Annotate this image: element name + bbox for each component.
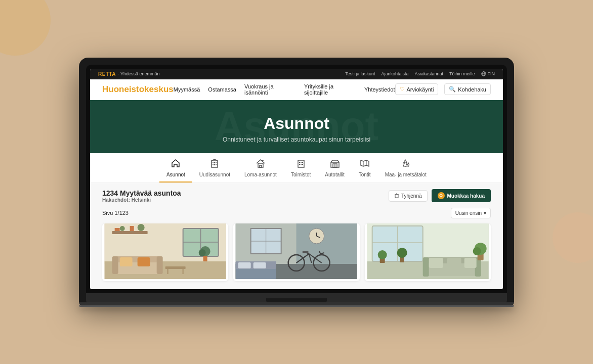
edit-search-button[interactable]: Muokkaa hakua bbox=[432, 189, 491, 202]
chevron-down-icon: ▾ bbox=[484, 210, 486, 216]
tab-maa-metsatalot-label: Maa- ja metsätalot bbox=[385, 172, 427, 177]
svg-rect-43 bbox=[130, 226, 134, 231]
tab-toimistot-label: Toimistot bbox=[291, 172, 311, 177]
page-info: Sivu 1/123 bbox=[102, 210, 129, 216]
svg-rect-28 bbox=[395, 195, 398, 198]
tab-tontit-label: Tontit bbox=[359, 172, 371, 177]
svg-rect-81 bbox=[253, 262, 266, 268]
clear-button[interactable]: Tyhjennä bbox=[389, 190, 428, 202]
clear-label: Tyhjennä bbox=[401, 193, 422, 199]
tab-loma-asunnot[interactable]: Loma-asunnot bbox=[237, 153, 284, 183]
building-icon bbox=[209, 158, 220, 170]
svg-rect-40 bbox=[112, 231, 148, 234]
globe-icon bbox=[481, 71, 486, 76]
hero-title: Asunnot bbox=[100, 114, 493, 133]
svg-rect-96 bbox=[422, 257, 429, 277]
svg-rect-17 bbox=[302, 162, 303, 163]
svg-rect-99 bbox=[447, 258, 461, 268]
svg-rect-16 bbox=[301, 162, 302, 163]
home-icon bbox=[171, 158, 181, 170]
tab-uudisasunnot-label: Uudisasunnot bbox=[199, 172, 230, 177]
office-icon bbox=[296, 158, 306, 170]
nav-yhteystiedot[interactable]: Yhteystiedot bbox=[364, 86, 395, 93]
tab-asunnot[interactable]: Asunnot bbox=[159, 153, 192, 183]
laptop-body: RETTA · Yhdessä enemmän Testi ja laskuri… bbox=[79, 58, 514, 302]
nav-right: ♡ Arviokäynti 🔍 Kohdehaku bbox=[395, 83, 491, 95]
tab-asunnot-label: Asunnot bbox=[166, 172, 185, 177]
hero-subtitle: Onnistuneet ja turvalliset asuntokaupat … bbox=[100, 136, 493, 143]
sort-dropdown[interactable]: Uusin ensin ▾ bbox=[451, 208, 491, 218]
screen-bezel: RETTA · Yhdessä enemmän Testi ja laskuri… bbox=[86, 65, 507, 293]
top-link-asiakastarinat[interactable]: Asiakastarinat bbox=[414, 71, 443, 76]
retta-tagline: · Yhdessä enemmän bbox=[118, 71, 159, 76]
arviokaynt-button[interactable]: ♡ Arviokäynti bbox=[395, 83, 439, 95]
language-label: FIN bbox=[488, 71, 495, 76]
hero-section: Asunnot Asunnot Onnistuneet ja turvallis… bbox=[90, 100, 503, 153]
property-image-2 bbox=[233, 223, 359, 279]
svg-rect-6 bbox=[216, 162, 217, 163]
category-tabs: Asunnot bbox=[90, 153, 503, 183]
deco-circle-orange bbox=[0, 0, 51, 56]
svg-rect-8 bbox=[214, 164, 215, 165]
top-bar: RETTA · Yhdessä enemmän Testi ja laskuri… bbox=[90, 69, 503, 79]
search-icon: 🔍 bbox=[449, 86, 456, 93]
cabin-icon bbox=[256, 158, 266, 170]
arviokaynt-label: Arviokäynti bbox=[407, 86, 434, 93]
svg-line-32 bbox=[442, 197, 443, 198]
nav-myymassa[interactable]: Myymässä bbox=[174, 86, 200, 93]
svg-point-103 bbox=[473, 247, 481, 255]
svg-point-44 bbox=[138, 224, 145, 231]
svg-point-42 bbox=[120, 226, 125, 231]
brand-name: Huoneistokeskus bbox=[102, 84, 174, 95]
property-card[interactable] bbox=[102, 223, 228, 281]
laptop-frame: RETTA · Yhdessä enemmän Testi ja laskuri… bbox=[79, 58, 514, 307]
svg-rect-20 bbox=[302, 164, 303, 165]
svg-rect-80 bbox=[238, 262, 251, 268]
top-bar-links: Testi ja laskurit Ajankohtaista Asiakast… bbox=[345, 71, 495, 76]
language-selector[interactable]: FIN bbox=[481, 71, 495, 76]
tab-toimistot[interactable]: Toimistot bbox=[284, 153, 318, 183]
map-icon bbox=[360, 158, 370, 170]
svg-rect-9 bbox=[216, 164, 217, 165]
edit-search-label: Muokkaa hakua bbox=[447, 193, 485, 199]
svg-rect-11 bbox=[260, 165, 262, 167]
tab-uudisasunnot[interactable]: Uudisasunnot bbox=[192, 153, 237, 183]
kohdehaku-label: Kohdehaku bbox=[458, 86, 486, 93]
sort-label: Uusin ensin bbox=[455, 210, 482, 216]
garage-icon bbox=[330, 158, 340, 170]
property-card[interactable] bbox=[365, 223, 491, 281]
property-card[interactable] bbox=[233, 223, 359, 281]
svg-rect-51 bbox=[165, 266, 186, 269]
results-count: 1234 Myytävää asuntoa bbox=[102, 189, 181, 197]
svg-rect-19 bbox=[301, 164, 302, 165]
nav-bar: Huoneistokeskus Myymässä Ostamassa Vuokr… bbox=[90, 79, 503, 100]
svg-rect-7 bbox=[213, 164, 214, 165]
retta-logo: RETTA bbox=[98, 71, 116, 77]
tab-loma-asunnot-label: Loma-asunnot bbox=[244, 172, 277, 177]
nav-ostamassa[interactable]: Ostamassa bbox=[208, 86, 236, 93]
svg-point-91 bbox=[377, 250, 387, 259]
svg-rect-5 bbox=[214, 162, 215, 163]
nav-vuokraus[interactable]: Vuokraus ja isännöinti bbox=[244, 83, 296, 96]
results-actions: Tyhjennä Muokkaa hakua bbox=[389, 189, 491, 202]
tab-autotallit[interactable]: Autotallit bbox=[318, 153, 351, 183]
tab-autotallit-label: Autotallit bbox=[325, 172, 344, 177]
top-link-toihin[interactable]: Töihin meille bbox=[449, 71, 475, 76]
nav-yrityksille[interactable]: Yrityksille ja sijoittajille bbox=[304, 83, 356, 96]
tab-maa-metsatalot[interactable]: Maa- ja metsätalot bbox=[378, 153, 434, 183]
svg-rect-49 bbox=[120, 257, 133, 266]
magnifier-pencil-icon bbox=[439, 194, 443, 198]
laptop-foot bbox=[79, 305, 514, 307]
forest-icon bbox=[401, 158, 411, 170]
svg-rect-50 bbox=[138, 257, 150, 266]
kohdehaku-button[interactable]: 🔍 Kohdehaku bbox=[444, 83, 491, 95]
laptop-stand bbox=[79, 302, 514, 305]
top-link-testi[interactable]: Testi ja laskurit bbox=[345, 71, 375, 76]
svg-rect-48 bbox=[157, 256, 163, 274]
top-link-ajankohtaista[interactable]: Ajankohtaista bbox=[381, 71, 408, 76]
edit-search-icon bbox=[438, 192, 445, 199]
tab-tontit[interactable]: Tontit bbox=[352, 153, 378, 183]
laptop-base bbox=[86, 293, 507, 302]
results-info: 1234 Myytävää asuntoa Hakuehdot: Helsink… bbox=[102, 189, 181, 203]
deco-circle-peach bbox=[553, 212, 593, 263]
